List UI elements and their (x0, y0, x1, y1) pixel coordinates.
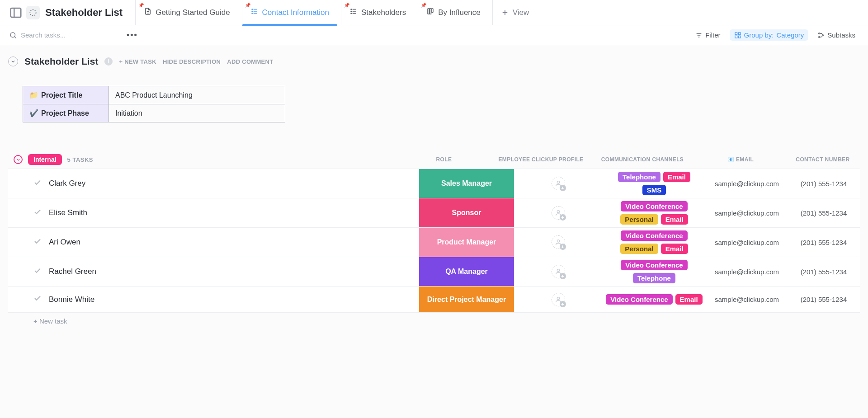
toggle-sidebar-button[interactable] (9, 6, 23, 19)
list-icon (349, 7, 358, 18)
svg-point-19 (10, 33, 15, 38)
channel-chip[interactable]: Email (663, 172, 690, 182)
channels-cell: Video ConferencePersonalEmail (602, 198, 706, 227)
contact-cell[interactable]: (201) 555-1234 (788, 228, 860, 257)
assign-profile-button[interactable]: + (552, 293, 565, 306)
add-view-button[interactable]: View (492, 0, 538, 25)
search-input[interactable] (21, 31, 93, 39)
email-cell[interactable]: sample@clickup.com (706, 169, 788, 198)
task-status-check[interactable] (33, 294, 42, 305)
list-header: Stakeholder List i + NEW TASK HIDE DESCR… (8, 56, 860, 67)
task-status-check[interactable] (33, 208, 42, 218)
subtasks-icon (817, 32, 825, 39)
table-row: Clark GreySales Manager+TelephoneEmailSM… (8, 169, 860, 198)
email-cell[interactable]: sample@clickup.com (706, 228, 788, 257)
task-name[interactable]: Ari Owen (49, 238, 419, 247)
new-task-inline-button[interactable]: + New task (8, 313, 860, 325)
channels-cell: Video ConferencePersonalEmail (602, 228, 706, 257)
assign-profile-button[interactable]: + (552, 235, 565, 249)
contact-cell[interactable]: (201) 555-1234 (788, 198, 860, 227)
plus-icon: + (560, 273, 566, 279)
toolbar: ••• Filter Group by: Category Subtasks (0, 25, 868, 45)
channel-chip[interactable]: Video Conference (621, 260, 687, 270)
channel-chip[interactable]: Email (661, 244, 688, 254)
channel-chip[interactable]: Video Conference (621, 230, 687, 241)
pin-icon: 📌 (245, 3, 250, 8)
email-cell[interactable]: sample@clickup.com (706, 198, 788, 227)
project-info-value[interactable]: Initiation (109, 104, 285, 122)
list-title: Stakeholder List (24, 56, 98, 67)
add-comment-button[interactable]: ADD COMMENT (227, 58, 273, 65)
column-header-role[interactable]: ROLE (396, 156, 491, 163)
collapse-list-button[interactable] (8, 56, 18, 66)
role-cell[interactable]: Sponsor (419, 198, 514, 227)
channel-chip[interactable]: Video Conference (621, 201, 687, 211)
svg-point-9 (252, 11, 253, 12)
contact-cell[interactable]: (201) 555-1234 (788, 286, 860, 312)
hide-description-button[interactable]: HIDE DESCRIPTION (163, 58, 221, 65)
project-info-value[interactable]: ABC Product Launching (109, 86, 285, 104)
new-task-button[interactable]: + NEW TASK (119, 58, 156, 65)
contact-cell[interactable]: (201) 555-1234 (788, 257, 860, 286)
email-cell[interactable]: sample@clickup.com (706, 257, 788, 286)
page-title: Stakeholder List (45, 7, 123, 19)
channel-chip[interactable]: Email (661, 214, 688, 225)
collapse-group-button[interactable] (14, 155, 23, 164)
pin-icon: 📌 (421, 3, 426, 8)
list-icon (250, 7, 259, 18)
channel-chip[interactable]: Personal (620, 244, 658, 254)
view-tab[interactable]: 📌Contact Information (242, 0, 337, 25)
svg-point-30 (822, 34, 824, 36)
assign-profile-button[interactable]: + (552, 206, 565, 220)
task-name[interactable]: Bonnie White (49, 295, 419, 304)
email-cell[interactable]: sample@clickup.com (706, 286, 788, 312)
assign-profile-button[interactable]: + (552, 265, 565, 278)
role-cell[interactable]: QA Manager (419, 257, 514, 286)
channel-chip[interactable]: Telephone (633, 273, 675, 283)
svg-point-35 (557, 297, 559, 299)
role-cell[interactable]: Direct Project Manager (419, 286, 514, 312)
task-status-check[interactable] (33, 267, 42, 277)
check-icon (33, 178, 42, 187)
profile-cell: + (514, 228, 602, 257)
search-icon (9, 31, 17, 39)
channel-chip[interactable]: SMS (642, 185, 666, 195)
project-info-table: 📁Project TitleABC Product Launching✔️Pro… (23, 86, 285, 122)
svg-point-32 (557, 211, 559, 213)
svg-line-20 (14, 37, 16, 38)
column-header-profile[interactable]: EMPLOYEE CLICKUP PROFILE (497, 156, 585, 163)
role-cell[interactable]: Sales Manager (419, 169, 514, 198)
channel-chip[interactable]: Telephone (618, 172, 660, 182)
column-header-channels[interactable]: COMMUNICATION CHANNELS (590, 156, 694, 163)
column-header-contact[interactable]: CONTACT NUMBER (787, 156, 859, 163)
view-tab[interactable]: 📌By Influence (418, 0, 489, 25)
svg-rect-0 (11, 8, 21, 17)
channel-chip[interactable]: Email (675, 294, 703, 305)
column-header-email[interactable]: 📧 EMAIL (700, 156, 781, 163)
assign-profile-button[interactable]: + (552, 177, 565, 190)
subtasks-button[interactable]: Subtasks (814, 29, 859, 41)
contact-cell[interactable]: (201) 555-1234 (788, 169, 860, 198)
channel-chip[interactable]: Video Conference (606, 294, 672, 305)
task-status-check[interactable] (33, 237, 42, 248)
role-cell[interactable]: Product Manager (419, 228, 514, 257)
task-status-check[interactable] (33, 178, 42, 189)
check-icon (33, 208, 42, 216)
list-glyph-icon[interactable] (26, 6, 40, 19)
view-tab[interactable]: 📌Stakeholders (341, 0, 414, 25)
task-name[interactable]: Clark Grey (49, 179, 419, 188)
filter-button[interactable]: Filter (692, 29, 724, 41)
view-tab[interactable]: 📌Getting Started Guide (135, 0, 238, 25)
task-name[interactable]: Elise Smith (49, 208, 419, 217)
group-by-button[interactable]: Group by: Category (730, 29, 809, 41)
task-name[interactable]: Rachel Green (49, 267, 419, 276)
info-icon[interactable]: i (104, 57, 113, 66)
svg-rect-25 (738, 33, 741, 35)
more-options-button[interactable]: ••• (123, 30, 142, 40)
check-icon (33, 267, 42, 275)
channel-chip[interactable]: Personal (620, 214, 658, 225)
add-view-label: View (513, 8, 529, 17)
svg-rect-24 (735, 33, 737, 35)
group-badge[interactable]: Internal (28, 154, 62, 165)
svg-rect-27 (738, 36, 741, 38)
